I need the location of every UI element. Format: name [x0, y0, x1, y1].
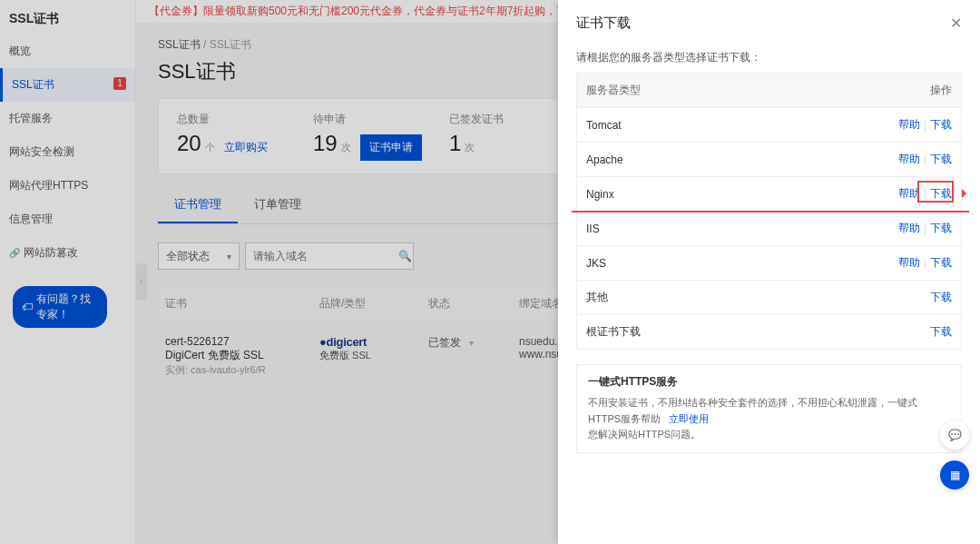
server-type: JKS: [577, 248, 888, 279]
download-link[interactable]: 下载: [930, 256, 952, 269]
floating-actions: 💬 ▦: [940, 420, 969, 490]
download-drawer: 证书下载 ✕ 请根据您的服务器类型选择证书下载： 服务器类型 操作 Tomcat…: [558, 0, 980, 544]
download-link[interactable]: 下载: [930, 153, 952, 165]
chat-icon: 💬: [948, 429, 962, 441]
dl-row-root: 根证书下载 下载: [577, 314, 961, 349]
download-link[interactable]: 下载: [930, 222, 952, 234]
server-type: Tomcat: [577, 110, 888, 141]
help-link[interactable]: 帮助: [898, 153, 920, 165]
download-link[interactable]: 下载: [930, 325, 952, 338]
download-link[interactable]: 下载: [930, 291, 952, 303]
apps-fab[interactable]: ▦: [940, 460, 969, 490]
close-icon[interactable]: ✕: [950, 15, 962, 32]
chat-fab[interactable]: 💬: [940, 420, 969, 450]
drawer-title: 证书下载: [576, 15, 631, 32]
dl-row-apache: Apache 帮助|下载: [577, 142, 961, 176]
help-link[interactable]: 帮助: [898, 118, 920, 131]
promo-title: 一键式HTTPS服务: [588, 374, 950, 390]
highlight-arrow: [572, 193, 969, 213]
dl-row-nginx: Nginx 帮助|下载: [577, 176, 961, 211]
download-table-header: 服务器类型 操作: [577, 74, 961, 107]
col-server-type: 服务器类型: [577, 74, 888, 107]
drawer-hint: 请根据您的服务器类型选择证书下载：: [576, 50, 962, 65]
grid-icon: ▦: [950, 469, 960, 481]
dl-row-iis: IIS 帮助|下载: [577, 211, 961, 245]
help-link[interactable]: 帮助: [898, 256, 920, 269]
help-link[interactable]: 帮助: [898, 222, 920, 234]
download-link[interactable]: 下载: [930, 118, 952, 131]
server-type: Apache: [577, 144, 888, 175]
use-now-link[interactable]: 立即使用: [669, 413, 709, 424]
download-table: 服务器类型 操作 Tomcat 帮助|下载 Apache 帮助|下载 Nginx…: [576, 73, 962, 350]
dl-row-other: 其他 下载: [577, 280, 961, 314]
server-type: 其他: [577, 281, 888, 314]
dl-row-jks: JKS 帮助|下载: [577, 245, 961, 280]
dl-row-tomcat: Tomcat 帮助|下载: [577, 107, 961, 142]
promo-text: 不用安装证书，不用纠结各种安全套件的选择，不用担心私钥泄露，一键式HTTPS服务…: [588, 395, 950, 443]
server-type: IIS: [577, 213, 888, 244]
server-type: 根证书下载: [577, 315, 888, 349]
https-promo: 一键式HTTPS服务 不用安装证书，不用纠结各种安全套件的选择，不用担心私钥泄露…: [576, 364, 962, 453]
col-action: 操作: [888, 74, 961, 107]
